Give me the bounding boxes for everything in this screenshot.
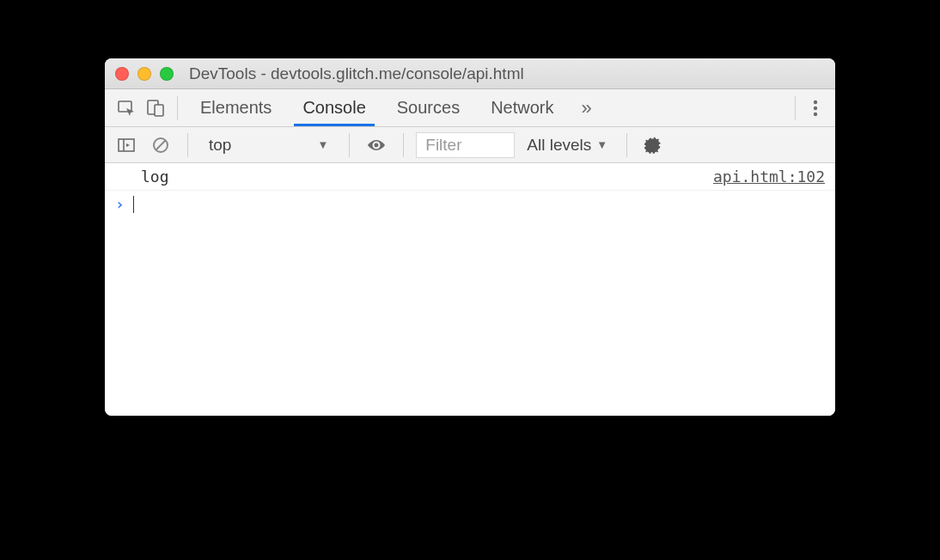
tab-elements[interactable]: Elements	[185, 89, 287, 126]
levels-label: All levels	[527, 136, 591, 155]
devtools-window: DevTools - devtools.glitch.me/console/ap…	[105, 58, 835, 416]
window-controls	[115, 67, 174, 81]
toggle-sidebar-icon[interactable]	[112, 131, 141, 160]
tabs-overflow-button[interactable]: »	[570, 89, 604, 126]
console-settings-icon[interactable]	[639, 136, 668, 155]
divider	[349, 133, 350, 157]
close-window-button[interactable]	[115, 67, 129, 81]
filter-input[interactable]	[416, 132, 515, 158]
minimize-window-button[interactable]	[137, 67, 151, 81]
divider	[795, 96, 796, 120]
main-menu-icon[interactable]	[803, 99, 828, 118]
divider	[626, 133, 627, 157]
prompt-chevron-icon: ›	[115, 195, 125, 213]
titlebar: DevTools - devtools.glitch.me/console/ap…	[105, 58, 835, 89]
tab-network[interactable]: Network	[475, 89, 569, 126]
inspect-element-icon[interactable]	[112, 94, 141, 123]
log-levels-selector[interactable]: All levels ▼	[520, 136, 614, 155]
svg-point-3	[814, 100, 817, 103]
divider	[403, 133, 404, 157]
console-prompt[interactable]: ›	[105, 191, 835, 217]
log-message: log	[141, 167, 169, 186]
divider	[187, 133, 188, 157]
window-title: DevTools - devtools.glitch.me/console/ap…	[189, 64, 524, 83]
text-cursor	[133, 196, 135, 213]
chevron-down-icon: ▼	[317, 138, 328, 151]
console-toolbar: top ▼ All levels ▼	[105, 127, 835, 163]
tab-sources[interactable]: Sources	[381, 89, 475, 126]
console-log-row[interactable]: log api.html:102	[105, 163, 835, 191]
tab-console[interactable]: Console	[287, 89, 381, 126]
divider	[177, 96, 178, 120]
live-expression-icon[interactable]	[362, 131, 391, 160]
main-tabbar: Elements Console Sources Network »	[105, 89, 835, 127]
svg-rect-2	[155, 105, 163, 116]
panel-tabs: Elements Console Sources Network »	[185, 89, 604, 126]
svg-point-4	[814, 106, 817, 109]
device-toolbar-icon[interactable]	[141, 94, 170, 123]
context-label: top	[209, 136, 231, 155]
svg-point-5	[814, 112, 817, 115]
chevron-down-icon: ▼	[596, 138, 607, 151]
console-output: log api.html:102 ›	[105, 163, 835, 416]
log-source-link[interactable]: api.html:102	[713, 167, 825, 186]
zoom-window-button[interactable]	[160, 67, 174, 81]
svg-line-9	[156, 140, 165, 149]
context-selector[interactable]: top ▼	[200, 132, 337, 158]
clear-console-icon[interactable]	[146, 131, 175, 160]
